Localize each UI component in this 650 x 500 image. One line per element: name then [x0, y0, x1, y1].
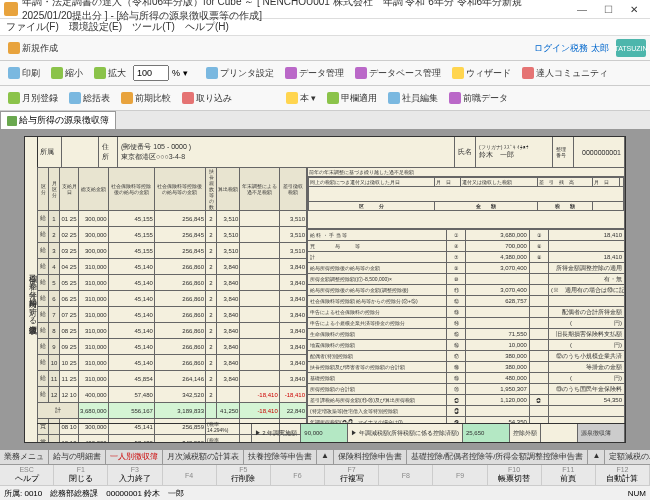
calc-row[interactable]: 社会保険料等控除額 給与等からの控除分(②+⑤)⑫628,757 — [308, 296, 625, 307]
bottom-tab[interactable]: 基礎控除/配偶者控除等/所得金額調整控除申告書 — [407, 450, 588, 464]
menu-help[interactable]: ヘルプ(H) — [185, 20, 229, 34]
fkey-F10[interactable]: F10帳票切替 — [488, 465, 542, 485]
bottom-tab[interactable]: 扶養控除等申告書 — [244, 450, 317, 464]
calc-row[interactable]: 基礎控除額⑲480,000( 円) — [308, 373, 625, 384]
fkey-F12[interactable]: F12自動計算 — [596, 465, 650, 485]
ledger-row[interactable]: 給1111 25310,00045,854264,14623,8403,840 — [38, 371, 307, 387]
import-icon — [182, 92, 194, 104]
status-num: NUM — [628, 489, 646, 498]
prev-compare-button[interactable]: 前期比較 — [117, 90, 175, 107]
calc-row[interactable]: 地震保険料の控除額⑯10,000( 円) — [308, 340, 625, 351]
community-button[interactable]: 達人コミュニティ — [518, 65, 612, 82]
zoom-input[interactable] — [133, 65, 169, 81]
emp-edit-button[interactable]: 社員編集 — [384, 90, 442, 107]
ledger-row[interactable]: 給404 25310,00045,140266,86023,8403,840 — [38, 259, 307, 275]
menu-env[interactable]: 環境設定(E) — [69, 20, 122, 34]
titlebar: 年調・法定調書の達人（令和06年分版）for Cube ～ [ NENCHOU0… — [0, 0, 650, 19]
compare-icon — [121, 92, 133, 104]
new-button[interactable]: 新規作成 — [4, 40, 62, 57]
ledger-row[interactable]: 給1010 25310,00045,140266,86023,8403,840 — [38, 355, 307, 371]
bottom-tab[interactable]: 業務メニュ — [0, 450, 49, 464]
status-bar: 所属: 0010 総務部総務課 00000001 鈴木 一郎 NUM — [0, 485, 650, 500]
ledger-row[interactable]: 給1212 10400,00057,480342,5202-18,410-18,… — [38, 387, 307, 403]
bottom-tab[interactable]: 給与の明細書 — [49, 450, 106, 464]
ledger-row[interactable]: 給909 25310,00045,140266,86023,8403,840 — [38, 339, 307, 355]
fkey-F1[interactable]: F1閉じる — [54, 465, 108, 485]
menu-file[interactable]: ファイル(F) — [6, 20, 59, 34]
db-mgmt-button[interactable]: データベース管理 — [351, 65, 445, 82]
ledger-row[interactable]: 給808 25310,00045,140266,86023,8403,840 — [38, 323, 307, 339]
bottom-tab[interactable]: 定額減税の為の申告書 — [605, 450, 650, 464]
fkey-ESC[interactable]: ESCヘルプ — [0, 465, 54, 485]
fkey-F7[interactable]: F7行複写 — [325, 465, 379, 485]
ext-button[interactable]: 源泉徴収簿 — [578, 424, 625, 442]
fkey-F4[interactable]: F4 — [163, 465, 217, 485]
import-button[interactable]: 取り込み — [178, 90, 236, 107]
monthly-reg-button[interactable]: 月別登録 — [4, 90, 62, 107]
calc-row[interactable]: 配偶者(特別)控除額⑰380,000⑫のうち小規模企業共済 — [308, 351, 625, 362]
bottom-tab[interactable]: 一人別徴収簿 — [106, 450, 163, 464]
printer-icon — [206, 67, 218, 79]
fkey-F5[interactable]: F5行削除 — [217, 465, 271, 485]
calc-row[interactable]: 生命保険料の控除額⑮71,550旧長期損害保険料支払額 — [308, 329, 625, 340]
ledger-sheet: 乙欄 令和06年分 給与所得に対する源泉徴収簿 所属 住所 (郵便番号 105 … — [24, 136, 626, 443]
tab-gensen[interactable]: 給与所得の源泉徴収簿 — [0, 111, 116, 129]
hon-button[interactable]: 本▾ — [282, 90, 320, 107]
calc-row[interactable]: 申告による小規模企業共済等掛金の控除分⑭( 円) — [308, 318, 625, 329]
calc-row[interactable]: 給与所得控除後の給与等の金額(調整控除後)⑪3,070,400(※ 適用有の場合… — [308, 285, 625, 296]
calc-row[interactable]: (特定増改築等)住宅借入金等特別控除額㉓ — [308, 406, 625, 417]
fkey-F9[interactable]: F9 — [433, 465, 487, 485]
ledger-row[interactable]: 給202 25300,00045,155256,84523,5103,510 — [38, 227, 307, 243]
calc-row[interactable]: 所得金額調整控除額((⑦-8,500,000)×⑩有・無 — [308, 274, 625, 285]
sum-icon — [69, 92, 81, 104]
workspace: 乙欄 令和06年分 給与所得に対する源泉徴収簿 所属 住所 (郵便番号 105 … — [0, 130, 650, 449]
zoomout-icon — [51, 67, 63, 79]
logo: TATSUZIN — [616, 39, 646, 57]
doc-icon — [7, 116, 17, 126]
fkey-F11[interactable]: F11前頁 — [542, 465, 596, 485]
calc-row[interactable]: 扶養控除額及び障害者等の控除額の合計額⑱380,000等掛金の金額 — [308, 362, 625, 373]
bottom-tab[interactable]: 月次減税額の計算表 — [163, 450, 244, 464]
calc-row[interactable]: 計⑦4,380,000⑧18,410 — [308, 252, 625, 263]
fkey-F6[interactable]: F6 — [271, 465, 325, 485]
printer-settings-button[interactable]: プリンタ設定 — [202, 65, 278, 82]
maximize-button[interactable]: ☐ — [596, 2, 620, 16]
bottom-tab[interactable]: 保険料控除申告書 — [334, 450, 407, 464]
bottom-tab[interactable]: ▲ — [317, 450, 334, 464]
calc-row[interactable]: 差引課税給与所得金額(⑪-⑳)及び算出所得税額㉑1,120,000㉒54,350 — [308, 395, 625, 406]
bottom-tab[interactable]: ▲ — [588, 450, 605, 464]
fkey-F8[interactable]: F8 — [379, 465, 433, 485]
login-user[interactable]: ログイン税務 太郎 — [534, 42, 609, 55]
calc-row[interactable]: 申告による社会保険料の控除分⑬配偶者の合計所得金額 — [308, 307, 625, 318]
calc-row[interactable]: 所得控除額の合計額⑳1,950,307⑬のうち国民年金保険料 — [308, 384, 625, 395]
print-button[interactable]: 印刷 — [4, 65, 44, 82]
fkey-F3[interactable]: F3入力終了 — [108, 465, 162, 485]
ledger-row[interactable]: 給707 25310,00045,140266,86023,8403,840 — [38, 307, 307, 323]
ledger-row[interactable]: 給505 25310,00045,140266,86023,8403,840 — [38, 275, 307, 291]
close-button[interactable]: ✕ — [622, 2, 646, 16]
menubar: ファイル(F) 環境設定(E) ツール(T) ヘルプ(H) — [0, 19, 650, 36]
data-icon — [285, 67, 297, 79]
summary-button[interactable]: 総括表 — [65, 90, 114, 107]
toolbar-2: 印刷 縮小 拡大 % ▾ プリンタ設定 データ管理 データベース管理 ウィザード… — [0, 61, 650, 86]
calc-row[interactable]: 給与所得控除後の給与等の金額⑨3,070,400所得金額調整控除の適用 — [308, 263, 625, 274]
data-mgmt-button[interactable]: データ管理 — [281, 65, 348, 82]
menu-tool[interactable]: ツール(T) — [132, 20, 175, 34]
kouran-button[interactable]: 甲欄適用 — [323, 90, 381, 107]
ledger-table-wrap: 区分月区分 支給月日総支給金額 社会保険料等控除後の給与の金額社会保険料等控除後… — [37, 167, 308, 424]
wizard-button[interactable]: ウィザード — [448, 65, 515, 82]
doc-tabs: 給与所得の源泉徴収簿 — [0, 111, 650, 130]
calc-table[interactable]: 給 料 ・ 手 当 等①3,680,000③18,410賞 与 等④700,00… — [307, 229, 625, 424]
minimize-button[interactable]: — — [570, 2, 594, 16]
ledger-table[interactable]: 区分月区分 支給月日総支給金額 社会保険料等控除後の給与の金額社会保険料等控除後… — [37, 167, 307, 443]
zoomin-button[interactable]: 拡大 — [90, 65, 130, 82]
prev-data-button[interactable]: 前職データ — [445, 90, 512, 107]
calc-row[interactable]: 賞 与 等④700,000⑥ — [308, 241, 625, 252]
zoomout-button[interactable]: 縮小 — [47, 65, 87, 82]
zoomin-icon — [94, 67, 106, 79]
ledger-row[interactable]: 給101 25300,00045,155256,84523,5103,510 — [38, 211, 307, 227]
ledger-row[interactable]: 給606 25310,00045,140266,86023,8403,840 — [38, 291, 307, 307]
ledger-row[interactable]: 給303 25300,00045,155256,84523,5103,510 — [38, 243, 307, 259]
status-dept: 所属: 0010 総務部総務課 — [4, 488, 98, 499]
calc-row[interactable]: 給 料 ・ 手 当 等①3,680,000③18,410 — [308, 230, 625, 241]
